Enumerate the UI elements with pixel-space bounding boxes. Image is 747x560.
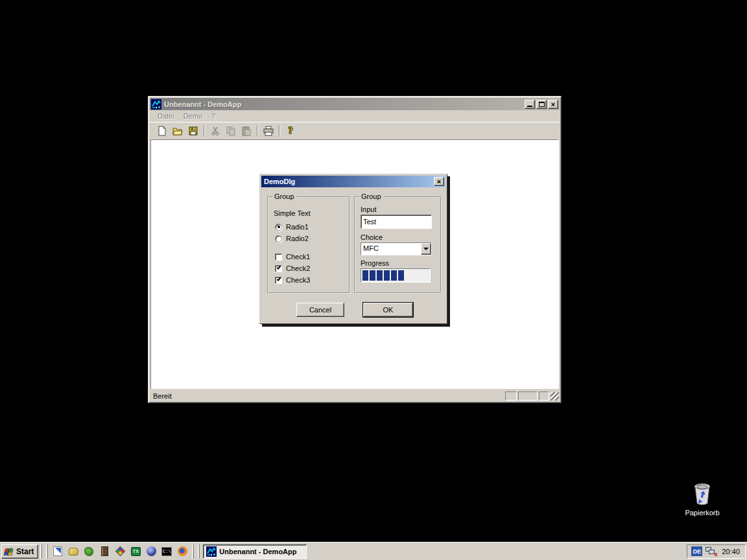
menu-bar: Datei Demo ? bbox=[150, 110, 560, 122]
windows-logo-icon bbox=[4, 547, 14, 556]
dialog-close-button[interactable]: × bbox=[434, 177, 444, 186]
recycle-bin-icon bbox=[691, 482, 713, 506]
group-left-label: Group bbox=[272, 192, 296, 200]
demo-dialog: DemoDlg × Group Simple Text Radio1 Radio… bbox=[259, 174, 447, 324]
close-button-icon[interactable]: × bbox=[548, 100, 558, 109]
radio-dot bbox=[278, 226, 280, 228]
open-folder-icon bbox=[172, 126, 183, 136]
minimize-button-icon[interactable] bbox=[525, 100, 535, 109]
check1-label: Check1 bbox=[286, 253, 310, 261]
radio2[interactable]: Radio2 bbox=[275, 235, 309, 242]
print-button[interactable] bbox=[261, 124, 276, 138]
toolbar-separator bbox=[279, 125, 280, 137]
checkbox-checked-icon bbox=[275, 265, 282, 272]
paste-icon bbox=[241, 126, 252, 136]
start-label: Start bbox=[16, 547, 34, 556]
choice-value: MFC bbox=[361, 243, 421, 255]
check-mark bbox=[277, 277, 281, 281]
close-icon: × bbox=[437, 178, 441, 185]
radio-unselected-icon bbox=[275, 235, 282, 242]
maximize-button-icon[interactable] bbox=[536, 100, 547, 109]
save-button[interactable] bbox=[185, 124, 201, 138]
quicklaunch-command-prompt-icon[interactable]: C:\ bbox=[161, 546, 172, 557]
menu-item-help[interactable]: ? bbox=[207, 111, 220, 121]
recycle-bin-desktop-icon[interactable]: Papierkorb bbox=[678, 482, 726, 517]
taskbar-grip[interactable] bbox=[40, 544, 42, 559]
check1[interactable]: Check1 bbox=[275, 253, 310, 261]
notepad-edit-icon bbox=[53, 546, 62, 556]
quicklaunch-book-icon[interactable] bbox=[99, 546, 110, 557]
copy-icon bbox=[226, 126, 236, 136]
menu-item-datei[interactable]: Datei bbox=[153, 111, 179, 121]
new-document-button[interactable] bbox=[154, 124, 170, 138]
copy-button[interactable] bbox=[223, 124, 239, 138]
status-pane bbox=[539, 391, 549, 401]
checkbox-checked-icon bbox=[275, 277, 282, 284]
cut-icon bbox=[210, 126, 220, 136]
radio-selected-icon bbox=[275, 224, 282, 231]
radio1[interactable]: Radio1 bbox=[275, 223, 309, 231]
group-left: Group Simple Text Radio1 Radio2 Check1 C… bbox=[267, 196, 350, 294]
toolbar-separator bbox=[204, 125, 205, 137]
main-titlebar[interactable]: Unbenannt - DemoApp × bbox=[150, 98, 560, 110]
command-prompt-icon: C:\ bbox=[161, 547, 172, 556]
taskbar: Start TX C:\ Unbenannt - DemoApp DE bbox=[0, 542, 747, 560]
toolbar-separator bbox=[257, 125, 258, 137]
open-folder-button[interactable] bbox=[170, 124, 185, 138]
input-label: Input bbox=[361, 205, 376, 213]
quicklaunch-notepad-edit-icon[interactable] bbox=[52, 546, 64, 557]
resize-grip[interactable] bbox=[551, 392, 559, 401]
quicklaunch-green-dragon-icon[interactable] bbox=[83, 546, 95, 557]
book-icon bbox=[101, 546, 108, 556]
check3[interactable]: Check3 bbox=[275, 276, 310, 284]
dialog-body: Group Simple Text Radio1 Radio2 Check1 C… bbox=[261, 187, 445, 322]
save-icon bbox=[188, 126, 198, 136]
group-right-label: Group bbox=[359, 192, 383, 200]
quicklaunch-globe-sphere-icon[interactable] bbox=[145, 546, 157, 557]
cut-button[interactable] bbox=[208, 124, 223, 138]
main-window-title: Unbenannt - DemoApp bbox=[164, 100, 523, 108]
globe-sphere-icon bbox=[147, 546, 156, 556]
taskbar-grip[interactable] bbox=[198, 544, 200, 559]
taskbar-clock[interactable]: 20:40 bbox=[720, 548, 740, 555]
task-button-demoapp[interactable]: Unbenannt - DemoApp bbox=[203, 544, 307, 559]
quicklaunch-terminal-tx-icon[interactable]: TX bbox=[130, 546, 141, 557]
quicklaunch-msdn-library-icon[interactable] bbox=[114, 546, 126, 557]
paste-button[interactable] bbox=[239, 124, 254, 138]
mfc-app-icon[interactable] bbox=[151, 99, 161, 110]
choice-label: Choice bbox=[361, 233, 383, 241]
status-pane bbox=[505, 391, 517, 401]
taskbar-grip[interactable] bbox=[46, 544, 48, 559]
check-mark bbox=[277, 265, 281, 270]
toolbar: ? bbox=[150, 122, 560, 139]
writing-hand-icon bbox=[68, 548, 79, 555]
cancel-button[interactable]: Cancel bbox=[296, 303, 344, 317]
progress-label: Progress bbox=[361, 259, 389, 267]
help-icon: ? bbox=[289, 126, 293, 136]
ok-button[interactable]: OK bbox=[363, 303, 413, 317]
quicklaunch-firefox-icon[interactable] bbox=[176, 546, 188, 557]
menu-item-demo[interactable]: Demo bbox=[179, 111, 207, 121]
start-button[interactable]: Start bbox=[1, 544, 38, 559]
check2[interactable]: Check2 bbox=[275, 264, 310, 272]
dialog-titlebar[interactable]: DemoDlg × bbox=[261, 176, 445, 187]
status-bar: Bereit bbox=[150, 389, 560, 401]
combo-dropdown-button[interactable] bbox=[421, 243, 431, 255]
help-button[interactable]: ? bbox=[283, 124, 298, 138]
red-x-icon: x bbox=[714, 552, 717, 557]
recycle-bin-label[interactable]: Papierkorb bbox=[678, 509, 726, 517]
choice-combobox[interactable]: MFC bbox=[361, 242, 432, 255]
checkbox-unchecked-icon bbox=[275, 253, 282, 261]
dialog-title: DemoDlg bbox=[264, 178, 433, 185]
quicklaunch-writing-hand-icon[interactable] bbox=[67, 546, 79, 557]
msdn-library-icon bbox=[115, 546, 126, 557]
firefox-icon bbox=[178, 546, 187, 556]
radio1-label: Radio1 bbox=[286, 223, 309, 231]
network-disconnected-icon[interactable]: x bbox=[706, 546, 717, 557]
input-field[interactable] bbox=[361, 215, 432, 229]
taskbar-grip[interactable] bbox=[192, 544, 194, 559]
desktop: Unbenannt - DemoApp × Datei Demo ? bbox=[0, 0, 747, 560]
maximize-icon bbox=[539, 102, 545, 107]
language-indicator[interactable]: DE bbox=[691, 546, 702, 556]
progress-fill bbox=[362, 270, 404, 281]
